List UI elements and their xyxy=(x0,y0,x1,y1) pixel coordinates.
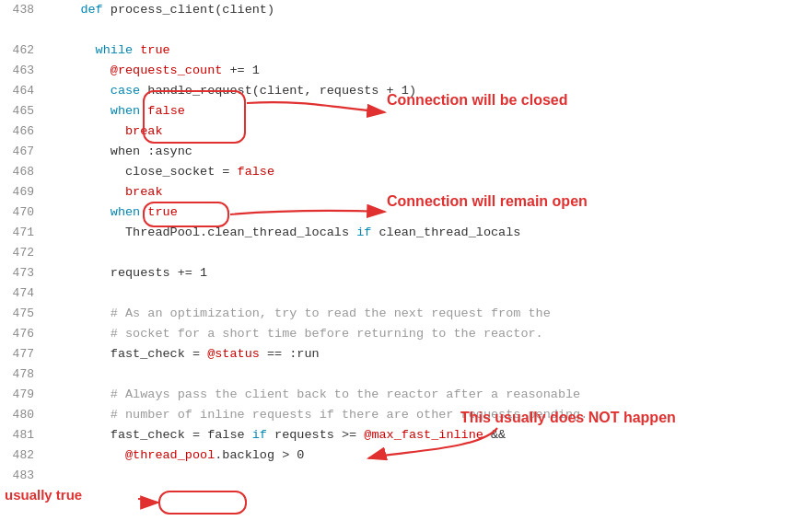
line-content: @requests_count += 1 xyxy=(51,61,792,81)
line-number: 476 xyxy=(0,324,51,344)
code-line: 462 while true xyxy=(0,40,792,61)
code-line: 473 requests += 1 xyxy=(0,263,792,283)
circle-when-false xyxy=(143,90,246,144)
line-number: 464 xyxy=(0,81,51,101)
line-content: requests += 1 xyxy=(51,263,792,283)
line-content: while true xyxy=(51,40,792,61)
circle-fast-check xyxy=(158,491,247,515)
line-number: 474 xyxy=(0,283,51,304)
code-line: 475 # As an optimization, try to read th… xyxy=(0,304,792,324)
line-number: 481 xyxy=(0,425,51,445)
line-number: 463 xyxy=(0,61,51,81)
line-number: 469 xyxy=(0,182,51,202)
code-line: 483 xyxy=(0,466,792,486)
code-line: 467 when :async xyxy=(0,142,792,162)
code-line: 466 break xyxy=(0,121,792,142)
label-connection-closed: Connection will be closed xyxy=(387,92,567,109)
line-number: 465 xyxy=(0,101,51,121)
code-line: 472 xyxy=(0,243,792,263)
code-line: 479 # Always pass the client back to the… xyxy=(0,385,792,405)
code-line: 476 # socket for a short time before ret… xyxy=(0,324,792,344)
line-number: 438 xyxy=(0,0,51,20)
line-number: 471 xyxy=(0,223,51,243)
line-content: close_socket = false xyxy=(51,162,792,182)
code-line: 468 close_socket = false xyxy=(0,162,792,182)
code-line: 478 xyxy=(0,364,792,385)
code-line: 481 fast_check = false if requests >= @m… xyxy=(0,425,792,445)
circle-when-true xyxy=(143,202,229,227)
line-number: 473 xyxy=(0,263,51,283)
line-number: 480 xyxy=(0,405,51,425)
code-line: 438 def process_client(client) xyxy=(0,0,792,20)
line-content: def process_client(client) xyxy=(51,0,792,20)
line-content: # Always pass the client back to the rea… xyxy=(51,385,792,405)
line-number: 479 xyxy=(0,385,51,405)
line-number: 468 xyxy=(0,162,51,182)
line-number: 477 xyxy=(0,344,51,364)
line-number: 475 xyxy=(0,304,51,324)
line-content: when :async xyxy=(51,142,792,162)
line-number: 478 xyxy=(0,364,51,385)
line-content: # socket for a short time before returni… xyxy=(51,324,792,344)
line-content: fast_check = false if requests >= @max_f… xyxy=(51,425,792,445)
code-line: 471 ThreadPool.clean_thread_locals if cl… xyxy=(0,223,792,243)
code-line: 477 fast_check = @status == :run xyxy=(0,344,792,364)
code-line: 474 xyxy=(0,283,792,304)
line-content: @thread_pool.backlog > 0 xyxy=(51,445,792,466)
code-line: 463 @requests_count += 1 xyxy=(0,61,792,81)
label-connection-open: Connection will remain open xyxy=(387,193,588,210)
line-content: # number of inline requests if there are… xyxy=(51,405,792,425)
code-line: 482 @thread_pool.backlog > 0 xyxy=(0,445,792,466)
line-number: 470 xyxy=(0,202,51,223)
line-number: 466 xyxy=(0,121,51,142)
line-number: 483 xyxy=(0,466,51,486)
label-usually-true: usually true xyxy=(5,487,82,503)
label-not-happen: This usually does NOT happen xyxy=(460,410,676,426)
line-number: 482 xyxy=(0,445,51,466)
line-number: 462 xyxy=(0,40,51,61)
code-line xyxy=(0,20,792,40)
line-number: 467 xyxy=(0,142,51,162)
line-content: fast_check = @status == :run xyxy=(51,344,792,364)
line-number: 472 xyxy=(0,243,51,263)
line-content: # As an optimization, try to read the ne… xyxy=(51,304,792,324)
